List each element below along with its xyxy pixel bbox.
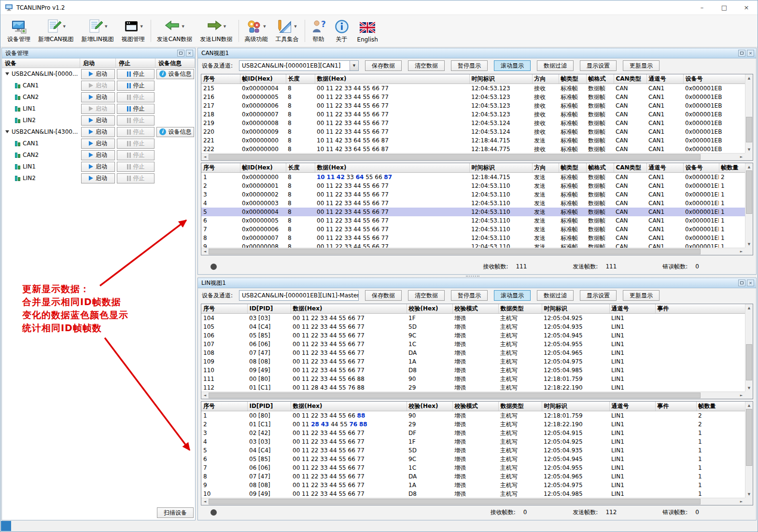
table-cell[interactable]: 增强	[452, 331, 498, 340]
table-cell[interactable]: 5D	[407, 446, 452, 455]
table-cell[interactable]: CAN	[614, 145, 646, 154]
table-cell[interactable]: 06 [06]	[247, 463, 291, 472]
column-header[interactable]: 帧ID(Hex)	[240, 74, 286, 84]
table-cell[interactable]: 12:04:53.124	[469, 127, 532, 136]
table-cell[interactable]: 00 11 22 33 44 55 66 77	[315, 216, 469, 225]
display-settings-button[interactable]: 显示设置	[580, 60, 617, 71]
scroll-down-icon[interactable]: ▼	[745, 490, 753, 498]
scrollbar-track[interactable]	[745, 409, 753, 490]
table-cell[interactable]: 9	[201, 242, 240, 248]
table-cell[interactable]: 数据帧	[586, 182, 614, 190]
table-cell[interactable]: 增强	[452, 349, 498, 357]
table-cell[interactable]: 发送	[532, 190, 559, 199]
table-cell[interactable]: 10 11 42 33 64 55 66 87	[315, 172, 469, 182]
table-cell[interactable]: 0x000001EB	[683, 93, 745, 101]
table-cell[interactable]: 主机写	[498, 437, 542, 446]
table-cell[interactable]: 发送	[532, 234, 559, 242]
table-cell[interactable]: 0x000001EB	[683, 208, 719, 216]
table-cell[interactable]: 107	[201, 340, 247, 349]
dropdown-arrow-icon[interactable]: ▼	[105, 25, 107, 28]
table-cell[interactable]: 01 [C1]	[247, 383, 291, 392]
table-cell[interactable]	[655, 490, 696, 498]
table-cell[interactable]: 主机写	[498, 383, 542, 392]
dropdown-arrow-icon[interactable]: ▼	[263, 25, 266, 28]
toolbar-device-manager-button[interactable]: 设备管理	[3, 16, 34, 46]
table-cell[interactable]: CAN	[614, 93, 646, 101]
column-header[interactable]: 校验模式	[452, 402, 498, 411]
table-cell[interactable]	[655, 349, 745, 357]
table-cell[interactable]: 主机写	[498, 322, 542, 331]
table-row[interactable]: 10807 [47]00 11 22 33 44 55 66 77DA增强主机写…	[201, 349, 745, 357]
column-header[interactable]: 帧数量	[696, 402, 745, 411]
table-cell[interactable]: 主机写	[498, 490, 542, 498]
table-cell[interactable]: 数据帧	[586, 93, 614, 101]
table-cell[interactable]: 2	[719, 172, 745, 182]
table-cell[interactable]: 数据帧	[586, 225, 614, 234]
table-row[interactable]: 100 [80]00 11 22 33 44 55 66 8890增强主机写12…	[201, 411, 745, 420]
panel-float-icon[interactable]	[177, 50, 184, 56]
table-cell[interactable]	[655, 463, 696, 472]
table-cell[interactable]: 数据帧	[586, 234, 614, 242]
table-cell[interactable]: CAN1	[646, 119, 683, 127]
expander-icon[interactable]	[5, 72, 9, 75]
table-cell[interactable]: 12:04:53.110	[469, 225, 532, 234]
table-cell[interactable]: 220	[201, 127, 240, 136]
table-cell[interactable]: 1	[719, 190, 745, 199]
column-header[interactable]: 帧类型	[559, 163, 586, 172]
scroll-display-button[interactable]: 滚动显示	[494, 60, 531, 71]
table-row[interactable]: 10605 [85]00 11 22 33 44 55 66 779C增强主机写…	[201, 331, 745, 340]
table-row[interactable]: 504 [C4]00 11 22 33 44 55 66 775D增强主机写12…	[201, 446, 745, 455]
table-cell[interactable]: 29	[407, 420, 452, 429]
table-cell[interactable]: 10 11 42 33 64 55 66 87	[315, 136, 469, 145]
table-cell[interactable]: 12:04:53.123	[469, 84, 532, 93]
table-cell[interactable]: 接收	[532, 110, 559, 119]
table-cell[interactable]: 数据帧	[586, 119, 614, 127]
tree-row-channel[interactable]: LIN2启动停止	[2, 172, 195, 184]
table-cell[interactable]: 12:04:53.123	[469, 93, 532, 101]
tree-row-device[interactable]: USB2CAN&LIN-[0000...启动停止i设备信息	[2, 68, 195, 80]
table-cell[interactable]: D8	[407, 366, 452, 375]
table-cell[interactable]	[655, 340, 745, 349]
table-cell[interactable]: 增强	[452, 437, 498, 446]
table-cell[interactable]: 发送	[532, 208, 559, 216]
table-row[interactable]: 20x00000001800 11 22 33 44 55 66 7712:04…	[201, 182, 745, 190]
start-button[interactable]: 启动	[81, 173, 115, 183]
panel-close-icon[interactable]: ×	[186, 50, 193, 56]
table-cell[interactable]: 数据帧	[586, 208, 614, 216]
table-cell[interactable]: 216	[201, 93, 240, 101]
table-cell[interactable]: LIN1	[609, 411, 655, 420]
column-header[interactable]: 数据类型	[498, 304, 542, 313]
column-header-info[interactable]: 设备信息	[155, 58, 195, 68]
column-header-start[interactable]: 启动	[80, 58, 116, 68]
toolbar-about-button[interactable]: 关于	[330, 16, 353, 46]
column-header[interactable]: 序号	[201, 304, 247, 313]
toolbar-help-button[interactable]: ?帮助	[307, 16, 330, 46]
table-cell[interactable]	[655, 411, 696, 420]
table-cell[interactable]: 02 [42]	[247, 429, 291, 437]
column-header[interactable]: 帧格式	[586, 163, 614, 172]
table-row[interactable]: 605 [85]00 11 22 33 44 55 66 779C增强主机写12…	[201, 455, 745, 463]
scroll-up-icon[interactable]: ▲	[745, 402, 753, 409]
table-cell[interactable]: 108	[201, 349, 247, 357]
start-button[interactable]: 启动	[81, 150, 115, 160]
table-cell[interactable]: 221	[201, 136, 240, 145]
stop-button[interactable]: 停止	[117, 81, 154, 91]
table-cell[interactable]: CAN	[614, 199, 646, 208]
chevron-down-icon[interactable]: ▼	[350, 61, 358, 70]
table-cell[interactable]: 2	[696, 411, 745, 420]
table-cell[interactable]: 0x000001EB	[683, 234, 719, 242]
table-cell[interactable]: 00 11 28 43 44 55 76 88	[291, 420, 407, 429]
table-cell[interactable]: 8	[286, 242, 315, 248]
table-cell[interactable]: 5	[201, 208, 240, 216]
scrollbar-track[interactable]	[745, 82, 753, 146]
toolbar-send-lin-button[interactable]: ▼发送LIN数据	[196, 16, 236, 46]
table-cell[interactable]: 6	[201, 216, 240, 225]
tree-row-channel[interactable]: CAN2启动停止	[2, 91, 195, 103]
table-cell[interactable]: CAN1	[646, 182, 683, 190]
table-cell[interactable]: CAN	[614, 172, 646, 182]
stop-button[interactable]: 停止	[117, 139, 154, 149]
table-cell[interactable]: LIN1	[609, 455, 655, 463]
table-row[interactable]: 302 [42]00 11 22 33 44 55 66 77DF增强主机写12…	[201, 429, 745, 437]
table-cell[interactable]: 03 [03]	[247, 437, 291, 446]
table-cell[interactable]: CAN1	[646, 225, 683, 234]
